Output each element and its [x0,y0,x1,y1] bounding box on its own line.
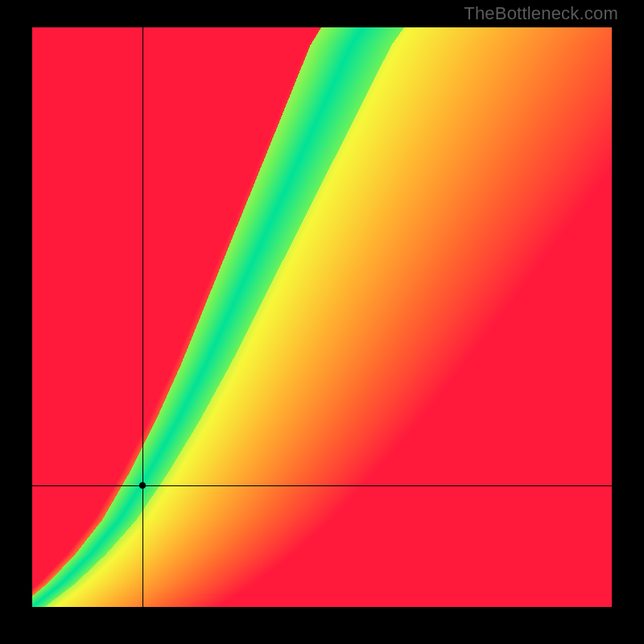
chart-frame: TheBottleneck.com [0,0,644,644]
heatmap-canvas [32,27,612,607]
heatmap-plot [32,27,612,607]
crosshair-horizontal [32,485,612,486]
watermark-text: TheBottleneck.com [464,3,618,24]
crosshair-vertical [142,27,143,607]
marker-dot [139,482,146,489]
